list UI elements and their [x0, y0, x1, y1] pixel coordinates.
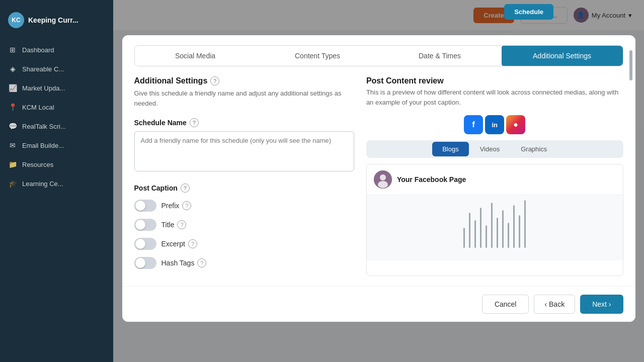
- bar-6: [491, 203, 493, 248]
- bar-2: [469, 213, 470, 248]
- schedule-name-help-icon[interactable]: ?: [190, 118, 199, 127]
- modal-dialog: Social Media Content Types Date & Times …: [122, 35, 635, 322]
- svg-point-1: [380, 174, 386, 180]
- post-content-review-title: Post Content review: [366, 76, 623, 85]
- post-content-review-desc: This is a preview of how different conte…: [366, 87, 623, 107]
- realtalk-icon: 💬: [8, 122, 17, 131]
- excerpt-help-icon[interactable]: ?: [188, 239, 197, 248]
- market-icon: 📈: [8, 83, 17, 93]
- tab-additional-settings[interactable]: Additional Settings: [502, 46, 623, 66]
- cancel-button[interactable]: Cancel: [482, 295, 529, 314]
- sidebar-item-kcm-local[interactable]: 📍 KCM Local: [0, 98, 113, 117]
- sidebar-item-learning[interactable]: 🎓 Learning Ce...: [0, 174, 113, 193]
- sidebar-label-dashboard: Dashboard: [22, 46, 54, 54]
- toggle-row-excerpt: Excerpt ?: [134, 238, 354, 250]
- content-preview-box: Your Facebook Page: [366, 164, 623, 276]
- sidebar-label-shareable: Shareable C...: [22, 65, 64, 73]
- modal-scrollbar[interactable]: [629, 66, 632, 286]
- prefix-help-icon[interactable]: ?: [182, 201, 191, 210]
- logo-icon: KC: [8, 12, 24, 28]
- schedule-name-label: Schedule Name ?: [134, 118, 354, 127]
- schedule-button[interactable]: Schedule: [504, 4, 553, 20]
- sidebar-label-kcmlocal: KCM Local: [22, 104, 54, 111]
- toggle-title[interactable]: [134, 219, 156, 231]
- post-caption-label: Post Caption ?: [134, 184, 354, 193]
- additional-settings-title: Additional Settings ?: [134, 76, 354, 85]
- modal-overlay: Social Media Content Types Date & Times …: [113, 0, 644, 362]
- back-button[interactable]: ‹ Back: [534, 295, 575, 314]
- sidebar-label-market: Market Upda...: [22, 84, 65, 92]
- bar-8: [502, 210, 504, 248]
- kcmlocal-icon: 📍: [8, 103, 17, 112]
- sidebar-item-market[interactable]: 📈 Market Upda...: [0, 78, 113, 98]
- schedule-button-container: Schedule: [504, 4, 553, 20]
- content-tabs: Blogs Videos Graphics: [366, 140, 623, 158]
- sidebar-item-resources[interactable]: 📁 Resources: [0, 155, 113, 174]
- next-button[interactable]: Next ›: [580, 295, 623, 314]
- linkedin-social-btn[interactable]: in: [485, 115, 504, 134]
- post-caption-help-icon[interactable]: ?: [181, 184, 190, 193]
- main-content: Create Search... 👤 My Account ▾ Social M…: [113, 0, 644, 362]
- bar-7: [497, 218, 498, 248]
- hashtags-help-icon[interactable]: ?: [197, 258, 206, 267]
- toggle-label-title: Title ?: [162, 220, 187, 229]
- schedule-name-input[interactable]: [134, 131, 354, 171]
- title-help-icon[interactable]: ?: [210, 76, 219, 85]
- title-help-icon2[interactable]: ?: [177, 220, 186, 229]
- sidebar-item-realtalk[interactable]: 💬 RealTalk Scri...: [0, 117, 113, 136]
- toggle-label-excerpt: Excerpt ?: [162, 239, 197, 248]
- content-tab-videos[interactable]: Videos: [470, 142, 510, 156]
- tab-content-types[interactable]: Content Types: [257, 46, 378, 66]
- tab-date-times[interactable]: Date & Times: [379, 46, 501, 66]
- sidebar-label-resources: Resources: [22, 161, 53, 168]
- logo-text: Keeping Curr...: [28, 16, 78, 24]
- bar-4: [480, 208, 481, 248]
- toggle-row-title: Title ?: [134, 219, 354, 231]
- modal-body: Additional Settings ? Give this schedule…: [122, 66, 635, 286]
- preview-header: Your Facebook Page: [367, 164, 623, 195]
- toggle-row-hashtags: Hash Tags ?: [134, 257, 354, 269]
- sidebar-item-dashboard[interactable]: ⊞ Dashboard: [0, 40, 113, 59]
- preview-avatar: [374, 170, 392, 189]
- toggle-label-prefix: Prefix ?: [162, 201, 192, 210]
- social-icons-bar: f in ●: [366, 115, 623, 134]
- bar-1: [463, 228, 465, 248]
- instagram-social-btn[interactable]: ●: [506, 115, 525, 134]
- bar-11: [519, 215, 520, 248]
- toggle-prefix[interactable]: [134, 200, 156, 212]
- tab-bar: Social Media Content Types Date & Times …: [134, 45, 623, 66]
- learning-icon: 🎓: [8, 179, 17, 188]
- sidebar-label-email: Email Builde...: [22, 142, 64, 149]
- scrollbar-thumb[interactable]: [629, 66, 632, 80]
- toggle-row-prefix: Prefix ?: [134, 200, 354, 212]
- modal-footer: Cancel ‹ Back Next ›: [122, 286, 635, 322]
- dashboard-icon: ⊞: [8, 45, 17, 54]
- svg-point-2: [378, 181, 388, 188]
- modal-header: Social Media Content Types Date & Times …: [122, 35, 635, 66]
- sidebar-label-learning: Learning Ce...: [22, 180, 63, 188]
- preview-image-area: [367, 195, 623, 260]
- bar-9: [508, 223, 509, 248]
- sidebar-label-realtalk: RealTalk Scri...: [22, 123, 66, 130]
- bar-5: [486, 225, 487, 248]
- toggle-excerpt[interactable]: [134, 238, 156, 250]
- shareable-icon: ◈: [8, 64, 17, 73]
- bar-3: [474, 220, 476, 248]
- toggle-label-hashtags: Hash Tags ?: [162, 258, 207, 267]
- left-panel: Additional Settings ? Give this schedule…: [134, 76, 354, 276]
- app-background: KC Keeping Curr... ⊞ Dashboard ◈ Shareab…: [0, 0, 644, 362]
- sidebar-item-shareable[interactable]: ◈ Shareable C...: [0, 59, 113, 78]
- bar-12: [524, 200, 526, 248]
- email-icon: ✉: [8, 141, 17, 150]
- facebook-social-btn[interactable]: f: [464, 115, 483, 134]
- right-panel: Post Content review This is a preview of…: [366, 76, 623, 276]
- preview-chart: [458, 203, 531, 253]
- resources-icon: 📁: [8, 160, 17, 169]
- additional-settings-desc: Give this schedule a friendly name and a…: [134, 88, 354, 108]
- toggle-hashtags[interactable]: [134, 257, 156, 269]
- sidebar: KC Keeping Curr... ⊞ Dashboard ◈ Shareab…: [0, 0, 113, 362]
- sidebar-item-email-builder[interactable]: ✉ Email Builde...: [0, 136, 113, 155]
- content-tab-blogs[interactable]: Blogs: [432, 142, 469, 156]
- content-tab-graphics[interactable]: Graphics: [511, 142, 557, 156]
- tab-social-media[interactable]: Social Media: [135, 46, 256, 66]
